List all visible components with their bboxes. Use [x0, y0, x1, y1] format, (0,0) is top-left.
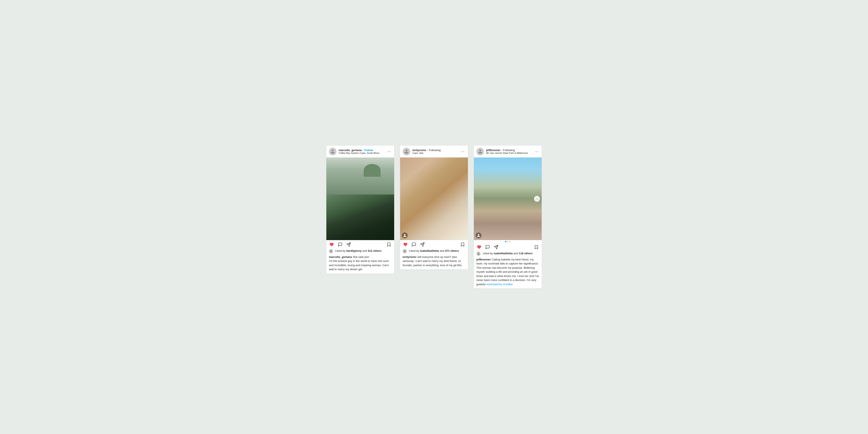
- location-1: Coffee Bay, Eastern Cape, South Africa: [339, 152, 379, 154]
- like-button-3[interactable]: [476, 244, 482, 250]
- likes-text-1: Liked by hardlyjenny and 312 others: [335, 249, 382, 252]
- post-header-3: jeffbrenner • Following Mt. San Jacinto …: [474, 146, 541, 157]
- hashtag-3: #sheSaidYes #nofilter: [486, 283, 513, 286]
- following-label-2: Following: [429, 149, 440, 152]
- likes-person-icon-3: [477, 252, 480, 255]
- more-button-3[interactable]: ···: [534, 149, 539, 154]
- post-photo-3: ›: [474, 157, 541, 240]
- posts-container: marcello_gortana • Follow Coffee Bay, Ea…: [318, 137, 550, 297]
- post-card-2: lorilynnmc • Following Capri, Italy ···: [400, 146, 468, 270]
- share-button-1[interactable]: [346, 242, 351, 247]
- post-actions-2: [400, 240, 468, 249]
- heart-icon-3: [477, 245, 482, 249]
- dot-1-3: [505, 241, 506, 242]
- post-actions-left-2: [403, 242, 425, 247]
- post-caption-3: jeffbrennerCalling Isabella my best frie…: [474, 257, 541, 289]
- post-actions-1: [327, 240, 394, 249]
- username-row-3: jeffbrenner • Following: [486, 149, 528, 152]
- dot-2-3: [507, 241, 508, 242]
- post-image-container-3: ›: [474, 157, 541, 240]
- share-icon-3: [494, 245, 498, 249]
- user-tag-icon-2: [402, 232, 408, 239]
- dots-indicator-3: [474, 240, 541, 243]
- likes-person-icon-2: [403, 250, 406, 253]
- more-button-2[interactable]: ···: [461, 149, 465, 154]
- bookmark-button-3[interactable]: [534, 244, 539, 250]
- post-photo-1: [327, 157, 394, 240]
- person-icon: [330, 149, 335, 154]
- username-1: marcello_gortana: [339, 149, 362, 152]
- tag-person-icon-3: [477, 234, 480, 237]
- more-button-1[interactable]: ···: [387, 149, 392, 154]
- post-header-2: lorilynnmc • Following Capri, Italy ···: [400, 146, 468, 157]
- post-header-1: marcello_gortana • Follow Coffee Bay, Ea…: [327, 146, 394, 157]
- post-image-1: [327, 157, 394, 240]
- comment-icon-1: [338, 242, 342, 247]
- bookmark-button-1[interactable]: [386, 242, 392, 247]
- dot-separator-1: •: [362, 149, 364, 152]
- follow-button-1[interactable]: Follow: [364, 149, 373, 152]
- post-caption-1: marcello_gortanaShe said yes!I'm the luc…: [327, 254, 394, 274]
- likes-text-2: Liked by isabellladiletta and 471 others: [409, 249, 459, 252]
- avatar-2: [403, 148, 410, 155]
- post-header-left-2: lorilynnmc • Following Capri, Italy: [403, 148, 440, 155]
- location-3: Mt. San Jacinto State Park & Wilderness: [486, 152, 528, 154]
- bookmark-icon-3: [534, 245, 539, 249]
- heart-icon-2: [403, 242, 408, 247]
- bookmark-icon-2: [460, 242, 465, 247]
- post-actions-3: [474, 243, 541, 252]
- avatar-3: [476, 148, 484, 155]
- following-label-3: Following: [503, 149, 515, 152]
- comment-button-1[interactable]: [337, 242, 343, 247]
- share-icon-1: [346, 242, 351, 247]
- caption-username-3: jeffbrenner: [476, 258, 491, 261]
- like-button-2[interactable]: [403, 242, 408, 247]
- post-user-info-3: jeffbrenner • Following Mt. San Jacinto …: [486, 149, 528, 154]
- username-row-1: marcello_gortana • Follow: [339, 149, 379, 152]
- post-user-info-1: marcello_gortana • Follow Coffee Bay, Ea…: [339, 149, 379, 154]
- post-actions-left-3: [476, 244, 499, 250]
- likes-avatar-1: [329, 249, 333, 253]
- comment-button-3[interactable]: [485, 244, 490, 250]
- person-icon-3: [478, 149, 483, 154]
- bookmark-button-2[interactable]: [460, 242, 465, 247]
- post-likes-3: Liked by isabellladiletta and 118 others: [474, 252, 541, 257]
- comment-icon-3: [485, 245, 490, 249]
- location-2: Capri, Italy: [412, 152, 440, 154]
- avatar-1: [329, 148, 337, 155]
- share-button-3[interactable]: [493, 244, 499, 250]
- post-photo-2: [400, 157, 468, 240]
- post-header-left-3: jeffbrenner • Following Mt. San Jacinto …: [476, 148, 528, 155]
- heart-icon-1: [329, 242, 334, 247]
- username-3: jeffbrenner: [486, 149, 500, 152]
- dot-separator-2: •: [427, 149, 428, 152]
- likes-text-3: Liked by isabellladiletta and 118 others: [483, 252, 533, 255]
- likes-person-icon-1: [330, 250, 333, 253]
- tag-person-icon-2: [403, 234, 406, 237]
- post-likes-2: Liked by isabellladiletta and 471 others: [400, 249, 468, 254]
- share-button-2[interactable]: [420, 242, 425, 247]
- post-caption-2: lorilynnmcwill everyone shut up now?! (b…: [400, 254, 468, 270]
- likes-avatar-2: [403, 249, 407, 253]
- user-tag-icon-3: [475, 232, 482, 239]
- post-header-left-1: marcello_gortana • Follow Coffee Bay, Ea…: [329, 148, 379, 155]
- dot-3-3: [509, 241, 510, 242]
- post-user-info-2: lorilynnmc • Following Capri, Italy: [412, 149, 440, 154]
- bookmark-icon-1: [386, 242, 391, 247]
- caption-username-2: lorilynnmc: [403, 255, 416, 258]
- next-image-button-3[interactable]: ›: [534, 196, 540, 202]
- like-button-1[interactable]: [329, 242, 334, 247]
- post-card-3: jeffbrenner • Following Mt. San Jacinto …: [474, 146, 541, 289]
- post-image-container-2: [400, 157, 468, 240]
- post-actions-left-1: [329, 242, 351, 247]
- username-row-2: lorilynnmc • Following: [412, 149, 440, 152]
- comment-icon-2: [411, 242, 416, 247]
- share-icon-2: [420, 242, 425, 247]
- dot-separator-3: •: [501, 149, 502, 152]
- caption-username-1: marcello_gortana: [329, 255, 352, 258]
- likes-avatar-3: [476, 252, 480, 256]
- comment-button-2[interactable]: [411, 242, 416, 247]
- person-icon-2: [404, 149, 409, 154]
- post-likes-1: Liked by hardlyjenny and 312 others: [327, 249, 394, 254]
- post-card-1: marcello_gortana • Follow Coffee Bay, Ea…: [327, 146, 394, 274]
